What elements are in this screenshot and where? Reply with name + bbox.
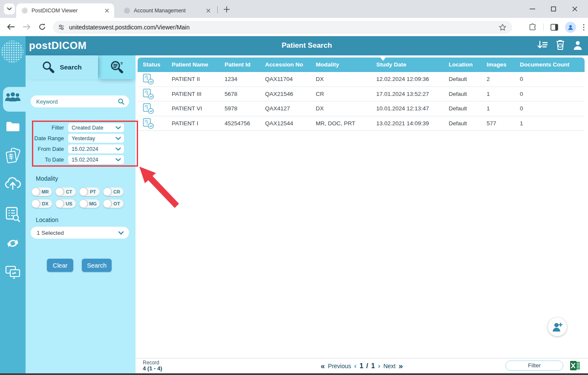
modality-toggle-ot[interactable]: OT bbox=[103, 199, 124, 208]
close-window-icon[interactable] bbox=[570, 4, 579, 14]
col-documents-count[interactable]: Documents Count bbox=[520, 58, 569, 72]
sidebar-item-studies[interactable] bbox=[0, 148, 26, 164]
sidebar-item-patients[interactable] bbox=[0, 92, 26, 103]
cell-modality: CR bbox=[316, 87, 324, 101]
postdicom-brain-logo bbox=[1, 38, 24, 67]
browser-menu-icon[interactable] bbox=[583, 24, 585, 31]
url-bar[interactable]: unitedstateswest.postdicom.com/Viewer/Ma… bbox=[53, 21, 512, 34]
modality-toggle-us[interactable]: US bbox=[55, 199, 76, 208]
screen: PostDICOM Viewer Account Management bbox=[0, 0, 588, 375]
prev-page-icon[interactable]: ‹ bbox=[354, 362, 357, 370]
patients-icon bbox=[5, 92, 21, 103]
cell-accession-no: QAX4127 bbox=[265, 101, 290, 116]
col-accession-no[interactable]: Accession No bbox=[265, 58, 303, 72]
chevron-down-icon bbox=[115, 126, 121, 130]
tab-close-icon[interactable] bbox=[205, 7, 212, 14]
from-date-dropdown[interactable]: 15.02.2024 bbox=[68, 144, 124, 153]
search-icon bbox=[42, 61, 55, 74]
clear-button[interactable]: Clear bbox=[47, 259, 73, 272]
cell-study-date: 12.02.2024 12:09:36 bbox=[376, 72, 429, 87]
last-page-icon[interactable]: » bbox=[398, 362, 403, 371]
next-page-icon[interactable]: › bbox=[378, 362, 380, 370]
sidebar-item-folders[interactable] bbox=[0, 121, 26, 132]
col-patient-name[interactable]: Patient Name bbox=[172, 58, 208, 72]
col-patient-id[interactable]: Patient Id bbox=[225, 58, 251, 72]
browser-profile-avatar[interactable] bbox=[565, 22, 576, 33]
table-row[interactable]: PATIENT I 45254756 QAX12544 MR, DOC, PRT… bbox=[138, 116, 585, 131]
chevron-down-icon bbox=[115, 137, 121, 140]
download-queue-icon[interactable] bbox=[537, 40, 548, 50]
filter-button[interactable]: Filter bbox=[505, 361, 563, 371]
location-dropdown[interactable]: 1 Selected bbox=[31, 227, 129, 239]
postdicom-favicon bbox=[21, 7, 28, 14]
forward-icon[interactable] bbox=[21, 21, 32, 32]
minimize-icon[interactable] bbox=[527, 4, 537, 14]
date-range-row: Date Range Yesterday bbox=[26, 134, 135, 143]
window-controls bbox=[527, 0, 585, 18]
page-title: Patient Search bbox=[26, 41, 588, 50]
first-page-icon[interactable]: « bbox=[321, 362, 325, 371]
bookmark-star-icon[interactable] bbox=[499, 24, 506, 31]
new-tab-button[interactable] bbox=[222, 5, 231, 14]
col-status[interactable]: Status bbox=[143, 58, 160, 72]
chevron-down-icon bbox=[115, 158, 121, 162]
previous-button[interactable]: Previous bbox=[328, 363, 351, 369]
cell-documents-count: 1 bbox=[520, 116, 523, 131]
sort-desc-icon bbox=[380, 58, 386, 61]
to-date-dropdown[interactable]: 15.02.2024 bbox=[68, 155, 124, 164]
maximize-icon[interactable] bbox=[549, 4, 558, 14]
sidebar-item-remote-share[interactable] bbox=[0, 265, 26, 279]
table-row[interactable]: PATIENT VI 5978 QAX4127 DX 10.01.2024 12… bbox=[138, 101, 585, 116]
reload-icon[interactable] bbox=[37, 21, 48, 32]
next-button[interactable]: Next bbox=[383, 363, 396, 369]
excel-export-icon[interactable] bbox=[570, 360, 580, 371]
modality-toggle-pt[interactable]: PT bbox=[79, 188, 100, 196]
cell-location: Default bbox=[449, 116, 467, 131]
cell-patient-id: 1234 bbox=[225, 72, 237, 87]
current-page: 1 bbox=[360, 362, 363, 370]
postdicom-favicon bbox=[124, 7, 130, 14]
tab-basic-search[interactable]: Search bbox=[26, 55, 98, 79]
back-icon[interactable] bbox=[5, 21, 16, 32]
keyword-search-icon[interactable] bbox=[118, 98, 124, 105]
add-patient-button[interactable] bbox=[548, 317, 567, 336]
page-separator: / bbox=[366, 362, 368, 370]
keyword-input[interactable] bbox=[36, 98, 118, 105]
col-location[interactable]: Location bbox=[449, 58, 473, 72]
user-account-icon[interactable] bbox=[573, 40, 583, 50]
modality-toggle-mg[interactable]: MG bbox=[79, 199, 100, 208]
modality-toggle-cr[interactable]: CR bbox=[103, 188, 124, 196]
modality-toggle-mr[interactable]: MR bbox=[32, 188, 52, 196]
search-button[interactable]: Search bbox=[82, 259, 112, 272]
cell-patient-name: PATIENT II bbox=[172, 72, 200, 87]
tab-search-button[interactable] bbox=[4, 3, 15, 14]
add-person-icon bbox=[552, 322, 563, 332]
col-images[interactable]: Images bbox=[487, 58, 507, 72]
site-settings-icon[interactable] bbox=[58, 24, 65, 31]
to-date-value: 15.02.2024 bbox=[72, 157, 115, 163]
filter-dropdown[interactable]: Created Date bbox=[68, 123, 124, 132]
modality-toggle-dx[interactable]: DX bbox=[32, 199, 52, 208]
table-row[interactable]: PATIENT II 1234 QAX11704 DX 12.02.2024 1… bbox=[138, 72, 585, 87]
recycle-bin-icon[interactable] bbox=[556, 40, 565, 50]
app-header: postDICOM Patient Search bbox=[26, 36, 588, 55]
sidebar-item-sync[interactable] bbox=[0, 236, 26, 251]
worklist-search-icon bbox=[6, 207, 20, 222]
sidebar-item-upload[interactable] bbox=[0, 177, 26, 190]
search-tab-label: Search bbox=[60, 63, 82, 71]
extensions-icon[interactable] bbox=[529, 23, 536, 31]
tab-close-icon[interactable] bbox=[103, 7, 111, 14]
side-panel-icon[interactable] bbox=[551, 24, 558, 31]
browser-tab-inactive[interactable]: Account Management bbox=[118, 3, 216, 18]
sync-arrows-icon bbox=[5, 236, 20, 251]
table-header: Status Patient Name Patient Id Accession… bbox=[138, 58, 585, 72]
tab-advanced-search[interactable] bbox=[98, 55, 135, 79]
browser-tab-active[interactable]: PostDICOM Viewer bbox=[16, 3, 114, 18]
sidebar-item-order-search[interactable] bbox=[0, 207, 26, 222]
date-range-dropdown[interactable]: Yesterday bbox=[68, 134, 124, 143]
table-row[interactable]: PATIENT III 5678 QAX21546 CR 17.01.2024 … bbox=[138, 87, 585, 102]
study-status-icon bbox=[143, 89, 154, 100]
cell-documents-count: 0 bbox=[520, 101, 523, 116]
modality-toggle-ct[interactable]: CT bbox=[55, 188, 76, 196]
col-modality[interactable]: Modality bbox=[316, 58, 339, 72]
